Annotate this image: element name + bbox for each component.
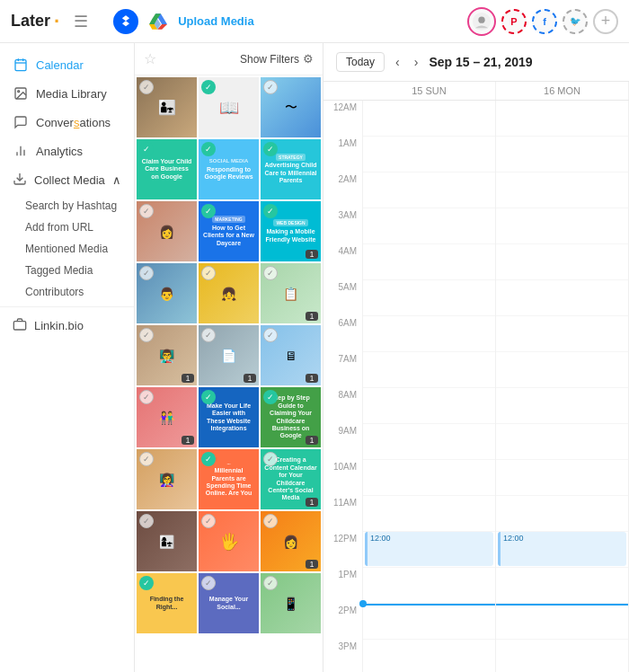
media-panel-header: ☆ Show Filters ⚙ — [135, 43, 323, 75]
list-item[interactable]: 👩‍🏫 ✓ — [137, 449, 197, 509]
list-item[interactable]: 🖐 ✓ — [199, 511, 259, 571]
sidebar-sub-url[interactable]: Add from URL — [0, 217, 134, 238]
hour-cell[interactable] — [496, 101, 628, 137]
list-item[interactable]: 📋 ✓ 1 — [261, 263, 321, 323]
list-item[interactable]: STRATEGY Advertising Child Care to Mille… — [261, 139, 321, 199]
select-overlay: ✓ — [201, 576, 216, 590]
list-item[interactable]: Creating a Content Calendar for Your Chi… — [261, 449, 321, 509]
hour-cell[interactable] — [363, 208, 495, 244]
hamburger-icon[interactable]: ☰ — [74, 12, 88, 31]
list-item[interactable]: 👩 ✓ 1 — [261, 511, 321, 571]
hour-cell[interactable] — [363, 424, 495, 460]
hour-cell[interactable] — [496, 137, 628, 172]
collect-media-icon — [13, 172, 27, 189]
badge: 1 — [306, 560, 318, 569]
current-time-mon — [496, 604, 628, 606]
list-item[interactable]: 👧 ✓ — [199, 263, 259, 323]
today-button[interactable]: Today — [336, 52, 385, 72]
list-item[interactable]: Finding the Right... ✓ — [137, 573, 197, 633]
list-item[interactable]: 👨‍🏫 ✓ 1 — [137, 325, 197, 385]
list-item[interactable]: MARKETING How to Get Clients for a New D… — [199, 201, 259, 261]
time-label-2am: 2AM — [323, 172, 363, 208]
sidebar-item-conversations[interactable]: Conversations — [0, 108, 134, 137]
hour-cell[interactable] — [496, 604, 628, 640]
select-overlay: ✓ — [139, 452, 154, 466]
hour-cell[interactable] — [363, 604, 495, 640]
list-item[interactable]: 〜 ✓ — [261, 77, 321, 137]
chevron-icon: ∧ — [112, 173, 121, 187]
sidebar-sub-contributors[interactable]: Contributors — [0, 281, 134, 303]
hour-cell[interactable] — [363, 460, 495, 496]
list-item[interactable]: 📄 ✓ 1 — [199, 325, 259, 385]
dropbox-icon[interactable] — [113, 9, 138, 34]
list-item[interactable]: 👨‍👧 ✓ — [137, 77, 197, 137]
hour-cell[interactable] — [496, 424, 628, 460]
calendar-event[interactable]: 12:00 — [365, 532, 493, 566]
star-icon[interactable]: ☆ — [144, 50, 156, 67]
sidebar-sub-tagged[interactable]: Tagged Media — [0, 260, 134, 281]
profile-avatar[interactable] — [467, 7, 496, 36]
add-account-button[interactable]: + — [593, 9, 618, 34]
hour-cell[interactable] — [363, 172, 495, 208]
select-overlay: ✓ — [263, 266, 278, 280]
upload-media-button[interactable]: Upload Media — [178, 14, 254, 28]
hour-cell[interactable] — [363, 568, 495, 604]
list-item[interactable]: ··· Millennial Parents are Spending Time… — [199, 449, 259, 509]
social-icon-pinterest[interactable]: P — [501, 9, 527, 34]
sidebar-sub-hashtag[interactable]: Search by Hashtag — [0, 195, 134, 217]
sidebar-item-collect-media[interactable]: Collect Media ∧ — [0, 165, 134, 195]
list-item[interactable]: Claim Your Child Care Business on Google… — [137, 139, 197, 199]
hour-cell[interactable] — [363, 101, 495, 137]
hour-cell[interactable] — [496, 496, 628, 532]
logo-text: Later — [11, 12, 50, 31]
badge: 1 — [306, 498, 318, 507]
hour-cell[interactable] — [496, 640, 628, 672]
hour-cell[interactable] — [496, 244, 628, 280]
list-item[interactable]: Manage Your Social... ✓ — [199, 573, 259, 633]
list-item[interactable]: 📱 ✓ — [261, 573, 321, 633]
sidebar-item-analytics[interactable]: Analytics — [0, 137, 134, 165]
hour-cell[interactable] — [496, 208, 628, 244]
social-icon-facebook[interactable]: f — [532, 9, 557, 34]
list-item[interactable]: WEB DESIGN Making a Mobile Friendly Webs… — [261, 201, 321, 261]
list-item[interactable]: 👫 ✓ 1 — [137, 387, 197, 447]
list-item[interactable]: 👨 ✓ — [137, 263, 197, 323]
sidebar-item-media-library[interactable]: Media Library — [0, 79, 134, 108]
sidebar-item-linkin[interactable]: Linkin.bio — [0, 311, 134, 340]
hour-cell[interactable] — [363, 388, 495, 424]
hour-cell[interactable] — [496, 568, 628, 604]
sidebar-sub-mentioned[interactable]: Mentioned Media — [0, 238, 134, 260]
hour-cell[interactable] — [496, 388, 628, 424]
list-item[interactable]: 👩 ✓ — [137, 201, 197, 261]
linkin-icon — [13, 317, 27, 334]
list-item[interactable]: Make Your Life Easier with These Website… — [199, 387, 259, 447]
calendar-event[interactable]: 12:00 — [498, 532, 626, 566]
select-overlay: ✓ — [263, 390, 278, 404]
list-item[interactable]: Step by Step Guide to Claiming Your Chil… — [261, 387, 321, 447]
badge: 1 — [182, 436, 194, 445]
list-item[interactable]: 📖 ✓ — [199, 77, 259, 137]
time-column: 12AM 1AM 2AM 3AM 4AM 5AM 6AM 7AM 8AM 9AM… — [323, 101, 363, 672]
hour-cell[interactable] — [363, 280, 495, 316]
hour-cell[interactable] — [496, 316, 628, 352]
hour-cell[interactable] — [363, 496, 495, 532]
list-item[interactable]: 🖥 ✓ 1 — [261, 325, 321, 385]
hour-cell[interactable] — [496, 280, 628, 316]
hour-cell[interactable] — [496, 172, 628, 208]
hour-cell[interactable] — [363, 316, 495, 352]
hour-cell[interactable] — [363, 352, 495, 388]
prev-week-button[interactable]: ‹ — [392, 53, 403, 71]
hour-cell[interactable] — [363, 640, 495, 672]
gdrive-icon[interactable] — [146, 9, 171, 34]
next-week-button[interactable]: › — [411, 53, 422, 71]
social-icon-twitter[interactable]: 🐦 — [563, 9, 588, 34]
hour-cell[interactable] — [496, 460, 628, 496]
calendar-panel: Today ‹ › Sep 15 – 21, 2019 15 SUN 16 MO… — [323, 43, 629, 672]
list-item[interactable]: 👩‍👧 ✓ — [137, 511, 197, 571]
sidebar-item-calendar[interactable]: Calendar — [0, 50, 134, 79]
hour-cell[interactable] — [363, 244, 495, 280]
hour-cell[interactable] — [496, 352, 628, 388]
filter-row[interactable]: Show Filters ⚙ — [240, 52, 314, 66]
hour-cell[interactable] — [363, 137, 495, 172]
list-item[interactable]: SOCIAL MEDIA Responding to Google Review… — [199, 139, 259, 199]
